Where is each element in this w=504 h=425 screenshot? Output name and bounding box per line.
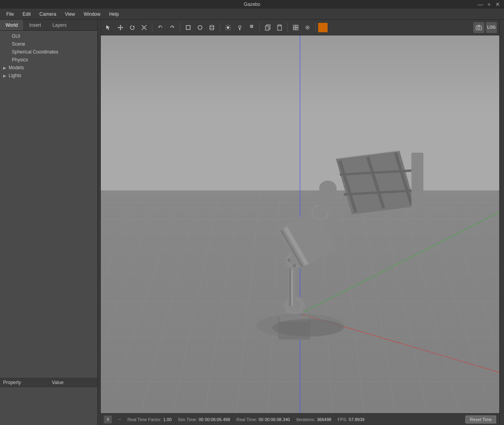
real-time-value: 00 00:06:08.340: [259, 417, 290, 422]
svg-line-10: [145, 25, 146, 27]
sphere-icon: [197, 24, 203, 31]
redo-button[interactable]: [167, 22, 178, 33]
iterations-label: Iterations:: [296, 417, 315, 422]
spot-light-button[interactable]: [246, 22, 257, 33]
window-controls[interactable]: — + ✕: [477, 1, 501, 7]
svg-point-104: [319, 181, 337, 196]
svg-line-11: [142, 28, 143, 30]
tree-item-gui[interactable]: GUI: [0, 32, 97, 40]
svg-point-21: [227, 26, 229, 29]
tree-item-physics[interactable]: Physics: [0, 56, 97, 64]
property-col-header: Property: [0, 378, 49, 387]
real-time-factor: Real Time Factor: 1.00: [128, 417, 172, 422]
tab-world[interactable]: World: [0, 20, 24, 30]
log-button[interactable]: LOG: [486, 22, 497, 33]
svg-point-46: [307, 27, 308, 28]
tree-arrow-lights: ▶: [3, 74, 7, 78]
snap-icon: [304, 24, 311, 31]
svg-line-28: [230, 25, 230, 26]
menu-camera[interactable]: Camera: [35, 10, 60, 18]
reset-time-button[interactable]: Reset Time: [465, 416, 496, 423]
translate-tool-button[interactable]: [115, 22, 126, 33]
undo-button[interactable]: [155, 22, 166, 33]
spot-light-icon: [248, 24, 255, 31]
separator-5: [287, 23, 288, 32]
paste-button[interactable]: [274, 22, 285, 33]
main-layout: World Insert Layers GUI Scene: [0, 20, 504, 425]
pause-button[interactable]: ⏸: [104, 416, 112, 423]
svg-marker-0: [106, 25, 110, 30]
svg-point-48: [478, 27, 480, 29]
value-col-header: Value: [49, 378, 98, 387]
close-button[interactable]: ✕: [495, 1, 501, 7]
svg-rect-90: [289, 266, 291, 306]
snap-button[interactable]: [302, 22, 313, 33]
tab-layers[interactable]: Layers: [47, 20, 72, 30]
real-time: Real Time: 00 00:06:08.340: [236, 417, 290, 422]
svg-point-97: [293, 264, 296, 267]
toolbar: LOG: [101, 20, 499, 35]
select-tool-button[interactable]: [103, 22, 114, 33]
cylinder-button[interactable]: [206, 22, 217, 33]
svg-rect-43: [293, 28, 295, 30]
panel-resize-handle[interactable]: ⋮: [98, 20, 101, 425]
svg-line-27: [230, 29, 230, 30]
maximize-button[interactable]: +: [486, 1, 492, 7]
box-button[interactable]: [183, 22, 194, 33]
sphere-button[interactable]: [195, 22, 206, 33]
svg-point-20: [210, 28, 214, 30]
menu-window[interactable]: Window: [80, 10, 105, 18]
menu-view[interactable]: View: [61, 10, 79, 18]
menu-edit[interactable]: Edit: [19, 10, 35, 18]
paste-icon: [276, 24, 283, 31]
menubar: File Edit Camera View Window Help: [0, 9, 504, 20]
separator-3: [220, 23, 220, 32]
svg-line-26: [226, 25, 227, 26]
align-button[interactable]: [290, 22, 301, 33]
sim-time: Sim Time: 00 00:06:06.498: [178, 417, 230, 422]
real-time-factor-value: 1.00: [163, 417, 171, 422]
svg-rect-40: [278, 25, 281, 26]
point-light-button[interactable]: [234, 22, 245, 33]
menu-help[interactable]: Help: [105, 10, 123, 18]
tree-item-lights[interactable]: ▶ Lights: [0, 72, 97, 79]
viewport-scrollbar[interactable]: [499, 20, 504, 425]
scene-tree: GUI Scene Spherical Coordinates Physics …: [0, 31, 97, 378]
copy-icon: [265, 24, 271, 31]
tree-item-models[interactable]: ▶ Models: [0, 64, 97, 72]
separator-1: [152, 23, 152, 32]
screenshot-button[interactable]: [473, 22, 484, 33]
scale-tool-button[interactable]: [139, 22, 150, 33]
sun-light-button[interactable]: [222, 22, 233, 33]
scene-canvas: [101, 35, 499, 413]
redo-icon: [169, 24, 175, 31]
3d-viewport[interactable]: [101, 35, 499, 413]
copy-button[interactable]: [262, 22, 273, 33]
svg-point-17: [210, 25, 214, 27]
rotate-icon: [129, 24, 135, 31]
tab-bar: World Insert Layers: [0, 20, 97, 31]
menu-file[interactable]: File: [2, 10, 18, 18]
separator-6: [315, 23, 316, 32]
tree-item-scene[interactable]: Scene: [0, 40, 97, 48]
statusbar: ⏸ ~ Real Time Factor: 1.00 Sim Time: 00 …: [101, 413, 499, 425]
left-panel: World Insert Layers GUI Scene: [0, 20, 98, 425]
svg-marker-6: [122, 27, 123, 28]
tree-item-spherical[interactable]: Spherical Coordinates: [0, 48, 97, 56]
fps-label: FPS:: [337, 417, 347, 422]
svg-marker-3: [120, 25, 121, 26]
rotate-tool-button[interactable]: [127, 22, 138, 33]
align-icon: [293, 24, 299, 31]
active-object-button[interactable]: [318, 23, 328, 32]
svg-rect-112: [411, 153, 423, 208]
box-icon: [185, 24, 191, 31]
wave-icon: ~: [118, 416, 121, 422]
cylinder-icon: [209, 24, 215, 31]
translate-icon: [117, 24, 124, 31]
svg-line-9: [142, 25, 143, 27]
svg-rect-91: [291, 266, 293, 306]
svg-rect-38: [265, 26, 269, 30]
tab-insert[interactable]: Insert: [24, 20, 47, 30]
svg-line-12: [145, 28, 146, 30]
minimize-button[interactable]: —: [477, 1, 484, 7]
